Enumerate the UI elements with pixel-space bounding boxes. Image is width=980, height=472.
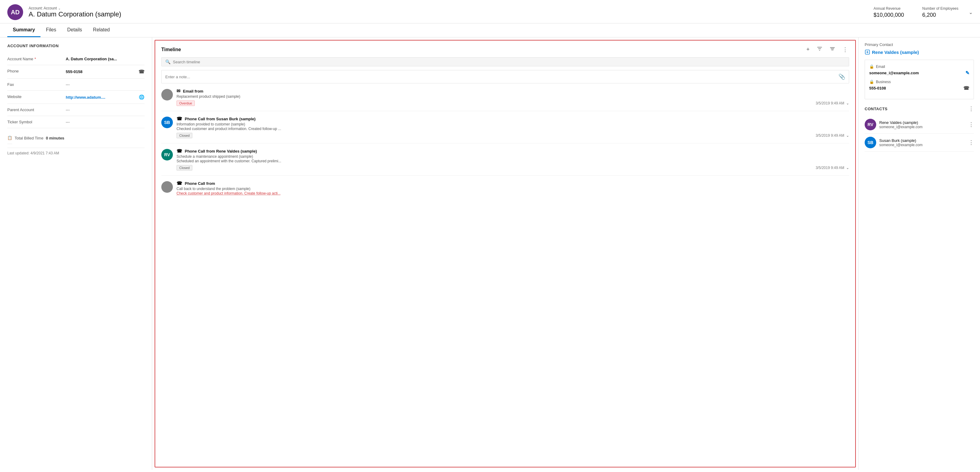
label-account-name: Account Name * <box>7 57 62 61</box>
avatar: AD <box>7 4 23 20</box>
phone-call-icon-sb: ☎ <box>177 116 182 121</box>
tab-summary[interactable]: Summary <box>7 24 40 37</box>
contact-options-sb[interactable]: ⋮ <box>969 139 974 146</box>
timeline-item-rene: RV ☎ Phone Call from Rene Valdes (sample… <box>161 148 849 176</box>
timeline-header: Timeline + ⋮ <box>161 45 849 54</box>
timeline-item-susan: SB ☎ Phone Call from Susan Burk (sample)… <box>161 116 849 144</box>
timeline-item-header-rene: ☎ Phone Call from Rene Valdes (sample) <box>177 148 849 154</box>
closed-badge-rv: Closed <box>177 165 192 171</box>
timeline-search-bar: 🔍 <box>161 57 849 66</box>
timeline-item-title-unknown: ☎ Phone Call from <box>177 180 849 186</box>
value-ticker: --- <box>66 120 145 124</box>
timeline-date-susan: 3/5/2019 9:49 AM <box>816 133 844 138</box>
expand-email-icon[interactable]: ⌄ <box>846 101 849 105</box>
call-business-icon[interactable]: ☎ <box>963 85 969 91</box>
field-account-name: Account Name * A. Datum Corporation (sa.… <box>7 53 145 65</box>
contact-business-label: 🔒 Business <box>869 80 969 84</box>
timeline-avatar-email <box>161 89 173 100</box>
contact-avatar-rv: RV <box>865 119 876 130</box>
contact-field-email: 🔒 Email someone_i@example.com ✎ <box>869 64 969 76</box>
timeline-item-header-unknown: ☎ Phone Call from <box>177 180 849 186</box>
contacts-more-button[interactable]: ⋮ <box>969 105 974 112</box>
timeline-avatar-susan: SB <box>161 116 173 128</box>
timeline-item-desc2-unknown: Check customer and product information. … <box>177 191 849 196</box>
filter-timeline-button[interactable] <box>816 45 824 54</box>
clock-icon: 📋 <box>7 132 12 144</box>
value-parent-account: --- <box>66 107 145 112</box>
main-content: ACCOUNT INFORMATION Account Name * A. Da… <box>0 37 980 470</box>
total-billed-value: 0 minutes <box>46 136 65 140</box>
timeline-item-desc2-susan: Checked customer and product information… <box>177 127 849 131</box>
value-fax: --- <box>66 82 145 87</box>
sort-timeline-button[interactable] <box>829 45 836 54</box>
timeline-meta-susan: 3/5/2019 9:49 AM ⌄ <box>816 133 849 138</box>
header-title-block: Account: Account ⌄ A. Datum Corporation … <box>29 6 121 18</box>
note-input-bar: 📎 <box>161 70 849 83</box>
annual-revenue-metric: Annual Revenue $10,000,000 <box>873 6 904 18</box>
contact-name-sb[interactable]: Susan Burk (sample) <box>879 138 966 143</box>
header-metrics: Annual Revenue $10,000,000 Number of Emp… <box>873 6 958 18</box>
total-billed-label: Total Billed Time <box>14 136 43 140</box>
tab-related[interactable]: Related <box>88 24 115 37</box>
timeline-actions: + ⋮ <box>805 45 849 54</box>
last-updated-value: 4/9/2021 7:43 AM <box>30 151 59 155</box>
timeline-item-desc1-rene: Schedule a maintenance appointment (samp… <box>177 155 849 159</box>
expand-rene-icon[interactable]: ⌄ <box>846 166 849 170</box>
timeline-item-title-email: ✉ Email from <box>177 88 849 94</box>
field-fax: Fax --- <box>7 78 145 91</box>
contact-business-value: 555-0108 ☎ <box>869 85 969 91</box>
lock-icon-business: 🔒 <box>869 80 874 84</box>
contact-email-rv: someone_i@example.com <box>879 125 966 129</box>
company-name: A. Datum Corporation (sample) <box>29 10 121 18</box>
field-parent-account: Parent Account --- <box>7 104 145 116</box>
attach-icon[interactable]: 📎 <box>838 73 845 80</box>
primary-contact-name[interactable]: Rene Valdes (sample) <box>865 49 974 55</box>
tabs-bar: Summary Files Details Related <box>0 24 980 37</box>
field-ticker: Ticker Symbol --- <box>7 116 145 128</box>
account-info-title: ACCOUNT INFORMATION <box>7 43 145 48</box>
account-label[interactable]: Account: Account ⌄ <box>29 6 121 10</box>
overdue-badge: Overdue <box>177 100 195 106</box>
timeline-item-footer-rene: Closed 3/5/2019 9:49 AM ⌄ <box>177 165 849 171</box>
collapse-button[interactable]: ⌄ <box>969 10 973 15</box>
phone-call-icon-rv: ☎ <box>177 148 182 154</box>
more-timeline-button[interactable]: ⋮ <box>841 46 849 54</box>
contact-email-sb: someone_l@example.com <box>879 143 966 147</box>
tab-details[interactable]: Details <box>62 24 88 37</box>
value-website[interactable]: http://www.adatum.... 🌐 <box>66 94 145 100</box>
timeline-item-footer-susan: Closed 3/5/2019 9:49 AM ⌄ <box>177 133 849 138</box>
contact-list-item-rv: RV Rene Valdes (sample) someone_i@exampl… <box>865 116 974 134</box>
contact-info-rv: Rene Valdes (sample) someone_i@example.c… <box>879 120 966 129</box>
phone-icon[interactable]: ☎ <box>138 69 145 75</box>
contact-avatar-sb: SB <box>865 137 876 148</box>
label-website: Website <box>7 94 62 99</box>
expand-susan-icon[interactable]: ⌄ <box>846 133 849 138</box>
contact-list-item-sb: SB Susan Burk (sample) someone_l@example… <box>865 134 974 151</box>
field-website: Website http://www.adatum.... 🌐 <box>7 91 145 104</box>
timeline-item-header-susan: ☎ Phone Call from Susan Burk (sample) <box>177 116 849 121</box>
timeline-avatar-rene: RV <box>161 149 173 161</box>
last-updated-label: Last updated: <box>7 151 30 155</box>
lock-icon-email: 🔒 <box>869 64 874 69</box>
contact-name-rv[interactable]: Rene Valdes (sample) <box>879 120 966 125</box>
timeline-avatar-unknown <box>161 181 173 193</box>
timeline-panel: Timeline + ⋮ 🔍 <box>154 40 856 467</box>
globe-icon: 🌐 <box>139 94 145 100</box>
contact-email-value: someone_i@example.com ✎ <box>869 70 969 76</box>
add-timeline-button[interactable]: + <box>805 46 811 53</box>
timeline-item-desc-email: Replacement product shipped (sample) <box>177 94 849 99</box>
label-fax: Fax <box>7 82 62 87</box>
phone-call-icon-unknown: ☎ <box>177 180 182 186</box>
edit-email-icon[interactable]: ✎ <box>966 70 969 76</box>
timeline-meta-email: 3/5/2019 9:49 AM ⌄ <box>816 101 849 105</box>
timeline-title: Timeline <box>161 47 805 53</box>
timeline-meta-rene: 3/5/2019 9:49 AM ⌄ <box>816 166 849 170</box>
employees-value: 6,200 <box>922 12 958 18</box>
tab-files[interactable]: Files <box>40 24 62 37</box>
label-ticker: Ticker Symbol <box>7 120 62 124</box>
timeline-item-desc1-susan: Information provided to customer (sample… <box>177 122 849 126</box>
timeline-item-desc2-rene: Scheduled an appointment with the custom… <box>177 159 849 163</box>
note-text-input[interactable] <box>165 75 838 79</box>
contact-options-rv[interactable]: ⋮ <box>969 121 974 128</box>
search-input[interactable] <box>173 60 845 64</box>
